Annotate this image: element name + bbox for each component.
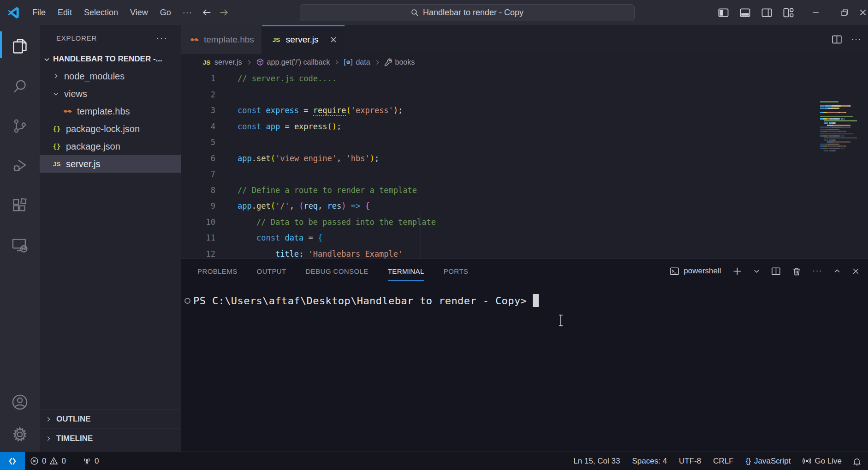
menu-item-selection[interactable]: Selection bbox=[78, 5, 124, 20]
panel-tab-terminal[interactable]: TERMINAL bbox=[388, 259, 424, 283]
remote-indicator-button[interactable] bbox=[0, 452, 25, 470]
chevron-right-icon bbox=[53, 73, 59, 79]
split-terminal-icon[interactable] bbox=[771, 266, 781, 276]
minimap[interactable] bbox=[820, 101, 862, 152]
menu-item-go[interactable]: Go bbox=[154, 5, 177, 20]
menu-item-view[interactable]: View bbox=[124, 5, 154, 20]
terminal[interactable]: PS C:\Users\aftaf\Desktop\Handlebar to r… bbox=[181, 288, 868, 452]
minimap-line bbox=[820, 139, 862, 141]
minimap-line bbox=[820, 127, 862, 128]
tab-server-js[interactable]: JSserver.js bbox=[262, 25, 345, 54]
command-center-search[interactable]: Handlebar to render - Copy bbox=[300, 4, 635, 21]
tree-item-template-hbs[interactable]: template.hbs bbox=[40, 102, 181, 120]
go-live-icon bbox=[803, 457, 811, 465]
status-item-javascript[interactable]: {}JavaScript bbox=[740, 452, 797, 470]
section-label: OUTLINE bbox=[56, 415, 91, 424]
chevron-right-icon bbox=[246, 59, 252, 66]
restore-button[interactable] bbox=[830, 0, 859, 25]
shell-name: powershell bbox=[684, 266, 721, 276]
source-control-icon[interactable] bbox=[0, 110, 40, 142]
line-number: 4 bbox=[181, 122, 215, 131]
go-back-button[interactable] bbox=[202, 7, 212, 18]
workspace-name: HANDLEBAR TO RENDER -... bbox=[53, 54, 162, 64]
close-tab-icon[interactable] bbox=[330, 36, 337, 43]
close-icon bbox=[330, 36, 337, 43]
code-editor[interactable]: 1// server.js code....23const express = … bbox=[181, 71, 868, 259]
tree-item-views[interactable]: views bbox=[40, 85, 181, 102]
accounts-icon[interactable] bbox=[0, 386, 40, 418]
panel-tab-output[interactable]: OUTPUT bbox=[257, 259, 286, 283]
breadcrumb-item[interactable]: books bbox=[384, 58, 415, 66]
settings-gear-icon[interactable] bbox=[0, 418, 40, 451]
sidebar-section-timeline[interactable]: TIMELINE bbox=[40, 428, 181, 448]
tab-file-icon: JS bbox=[271, 36, 281, 44]
sidebar-section-outline[interactable]: OUTLINE bbox=[40, 409, 181, 428]
go-forward-button[interactable] bbox=[219, 7, 229, 18]
breadcrumb-item[interactable]: data bbox=[344, 58, 370, 66]
svg-text:{}: {} bbox=[53, 125, 61, 133]
tree-item-package-json[interactable]: {}package.json bbox=[40, 138, 181, 155]
close-window-button[interactable] bbox=[859, 0, 868, 25]
status-item-ln-15-col-33[interactable]: Ln 15, Col 33 bbox=[567, 452, 626, 470]
panel-tab-debug-console[interactable]: DEBUG CONSOLE bbox=[306, 259, 369, 283]
extensions-icon[interactable] bbox=[0, 189, 40, 222]
js-file-icon: JS bbox=[52, 160, 62, 168]
run-debug-icon[interactable] bbox=[0, 150, 40, 182]
chevron-right-icon bbox=[44, 435, 53, 442]
status-item-utf-8[interactable]: UTF-8 bbox=[673, 452, 707, 470]
terminal-dropdown-icon[interactable] bbox=[753, 268, 760, 275]
command-decoration-icon[interactable] bbox=[184, 298, 190, 304]
svg-text:{}: {} bbox=[53, 143, 61, 150]
menu-more-button[interactable]: ··· bbox=[177, 5, 198, 20]
editor-more-actions-icon[interactable]: ··· bbox=[851, 35, 862, 44]
new-terminal-icon[interactable] bbox=[732, 266, 742, 276]
toggle-secondary-sidebar-icon[interactable] bbox=[761, 7, 773, 18]
notifications-bell-icon[interactable] bbox=[852, 457, 862, 466]
toggle-panel-icon[interactable] bbox=[739, 7, 751, 18]
breadcrumb-item[interactable]: JSserver.js bbox=[202, 58, 242, 66]
minimap-line bbox=[820, 133, 862, 134]
tab-label: template.hbs bbox=[204, 35, 254, 45]
minimize-button[interactable] bbox=[802, 0, 830, 25]
menu-item-file[interactable]: File bbox=[26, 5, 52, 20]
status-item-crlf[interactable]: CRLF bbox=[707, 452, 739, 470]
panel-more-actions-icon[interactable]: ··· bbox=[813, 266, 822, 276]
panel-header: PROBLEMSOUTPUTDEBUG CONSOLETERMINALPORTS… bbox=[181, 259, 868, 283]
search-view-icon[interactable] bbox=[0, 70, 40, 102]
hbs-icon bbox=[190, 37, 199, 42]
explorer-icon[interactable] bbox=[0, 30, 40, 63]
status-item-go-live[interactable]: Go Live bbox=[797, 452, 848, 470]
toggle-sidebar-icon[interactable] bbox=[718, 7, 729, 18]
minimap-line bbox=[820, 120, 862, 121]
ports-status-item[interactable]: 0 bbox=[77, 452, 104, 470]
breadcrumb-item[interactable]: app.get('/') callback bbox=[256, 58, 330, 66]
tree-item-label: package.json bbox=[66, 141, 120, 152]
terminal-shell-item[interactable]: powershell bbox=[670, 266, 721, 276]
close-panel-icon[interactable] bbox=[852, 267, 860, 275]
panel-tab-problems[interactable]: PROBLEMS bbox=[197, 259, 238, 283]
svg-text:JS: JS bbox=[53, 161, 61, 168]
menu-item-edit[interactable]: Edit bbox=[52, 5, 78, 20]
minimap-line bbox=[820, 131, 862, 132]
tree-item-server-js[interactable]: JSserver.js bbox=[40, 155, 181, 173]
braces-icon: {} bbox=[746, 457, 751, 466]
breadcrumb-label: data bbox=[356, 58, 370, 66]
chevron-right-icon bbox=[52, 73, 60, 79]
customize-layout-icon[interactable] bbox=[783, 7, 794, 18]
explorer-more-actions-button[interactable]: ··· bbox=[156, 33, 168, 43]
split-editor-icon[interactable] bbox=[832, 34, 842, 45]
tree-item-node_modules[interactable]: node_modules bbox=[40, 67, 181, 85]
code-text: title: 'Handlebars Example' bbox=[238, 249, 403, 259]
remote-explorer-icon[interactable] bbox=[0, 229, 40, 261]
kill-terminal-trash-icon[interactable] bbox=[792, 266, 802, 276]
panel-tab-ports[interactable]: PORTS bbox=[444, 259, 468, 283]
status-item-spaces-4[interactable]: Spaces: 4 bbox=[626, 452, 673, 470]
workspace-section-header[interactable]: HANDLEBAR TO RENDER -... bbox=[40, 51, 181, 67]
code-line: 5 bbox=[181, 134, 868, 151]
problems-status-item[interactable]: 0 0 bbox=[25, 452, 71, 470]
tree-item-package-lock-json[interactable]: {}package-lock.json bbox=[40, 120, 181, 138]
tab-template-hbs[interactable]: template.hbs bbox=[181, 25, 262, 54]
line-number: 9 bbox=[181, 201, 215, 211]
minimap-line bbox=[820, 118, 862, 120]
maximize-panel-icon[interactable] bbox=[833, 267, 841, 275]
